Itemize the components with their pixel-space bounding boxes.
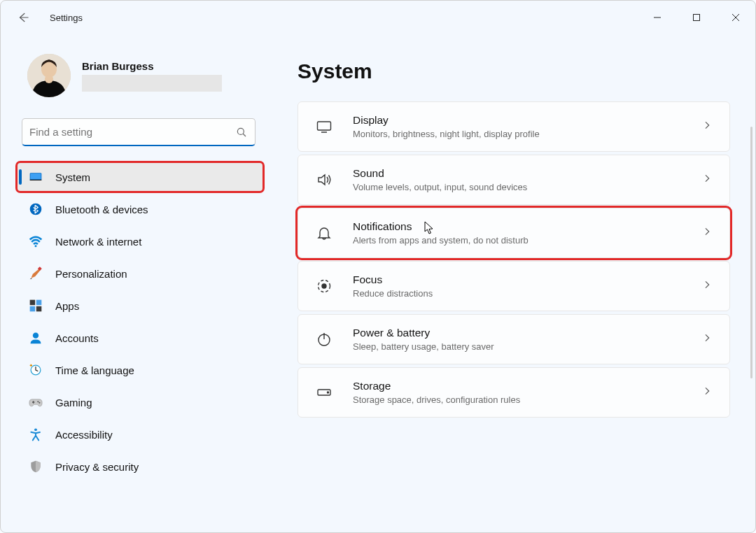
card-subtitle: Storage space, drives, configuration rul… <box>353 394 701 406</box>
svg-point-22 <box>37 401 38 402</box>
sidebar-item-label: Accessibility <box>55 429 113 441</box>
svg-point-23 <box>38 402 40 404</box>
minimize-icon <box>653 13 662 22</box>
personalization-icon <box>29 266 43 280</box>
avatar <box>27 54 71 97</box>
card-body: DisplayMonitors, brightness, night light… <box>353 113 701 140</box>
svg-rect-15 <box>30 300 36 306</box>
gaming-icon <box>29 395 43 409</box>
svg-point-32 <box>328 392 329 393</box>
titlebar: Settings <box>1 1 755 34</box>
svg-rect-17 <box>30 306 36 312</box>
sidebar-item-bluetooth[interactable]: Bluetooth & devices <box>18 195 262 223</box>
display-icon <box>315 118 333 136</box>
svg-rect-16 <box>36 300 42 306</box>
sidebar-item-network[interactable]: Network & internet <box>18 227 262 255</box>
card-subtitle: Volume levels, output, input, sound devi… <box>353 181 701 194</box>
card-display[interactable]: DisplayMonitors, brightness, night light… <box>298 101 730 152</box>
maximize-button[interactable] <box>677 1 716 34</box>
svg-point-19 <box>33 333 38 339</box>
sidebar-item-gaming[interactable]: Gaming <box>18 388 262 416</box>
card-focus[interactable]: FocusReduce distractions <box>298 261 730 311</box>
card-title: Focus <box>353 273 701 287</box>
time-icon <box>29 363 43 377</box>
svg-rect-25 <box>318 122 331 130</box>
power-icon <box>315 330 333 348</box>
search-icon <box>235 126 248 138</box>
sidebar-item-label: Time & language <box>55 364 134 376</box>
sidebar-item-apps[interactable]: Apps <box>18 292 262 320</box>
sidebar: Brian Burgess SystemBluetooth & devicesN… <box>1 41 274 532</box>
svg-rect-11 <box>30 180 42 180</box>
window-controls <box>638 1 755 34</box>
sidebar-item-personalization[interactable]: Personalization <box>18 260 262 287</box>
card-body: StorageStorage space, drives, configurat… <box>353 379 701 406</box>
search-input[interactable] <box>29 126 235 138</box>
card-body: FocusReduce distractions <box>353 273 701 299</box>
card-title: Storage <box>353 379 701 394</box>
card-title: Sound <box>353 166 701 181</box>
page-title: System <box>298 59 730 83</box>
scrollbar[interactable] <box>750 127 752 378</box>
card-storage[interactable]: StorageStorage space, drives, configurat… <box>298 367 730 418</box>
svg-rect-1 <box>694 15 700 21</box>
sidebar-item-accessibility[interactable]: Accessibility <box>18 420 262 448</box>
sidebar-item-label: Network & internet <box>55 236 141 248</box>
system-icon <box>29 170 43 184</box>
chevron-right-icon <box>701 385 713 399</box>
svg-rect-10 <box>31 173 41 179</box>
card-subtitle: Monitors, brightness, night light, displ… <box>353 128 701 141</box>
chevron-right-icon <box>701 226 713 240</box>
storage-icon <box>315 383 333 401</box>
close-button[interactable] <box>716 1 755 34</box>
svg-point-24 <box>34 428 37 431</box>
sidebar-item-label: Accounts <box>55 332 99 344</box>
svg-line-8 <box>243 134 246 136</box>
bluetooth-icon <box>29 202 43 216</box>
card-subtitle: Reduce distractions <box>353 287 701 300</box>
accessibility-icon <box>29 427 43 441</box>
user-name: Brian Burgess <box>82 60 222 72</box>
settings-card-list: DisplayMonitors, brightness, night light… <box>298 101 730 418</box>
privacy-icon <box>29 460 43 474</box>
sidebar-item-label: Personalization <box>55 268 127 280</box>
sidebar-item-accounts[interactable]: Accounts <box>18 324 262 352</box>
chevron-right-icon <box>701 279 713 293</box>
back-button[interactable] <box>9 3 37 31</box>
sidebar-item-label: Bluetooth & devices <box>55 204 148 215</box>
sidebar-item-label: Gaming <box>55 397 92 408</box>
svg-rect-18 <box>36 306 42 312</box>
card-title: Notifications <box>353 220 701 234</box>
sidebar-item-time[interactable]: Time & language <box>18 356 262 384</box>
sidebar-item-label: System <box>55 171 90 183</box>
chevron-right-icon <box>701 173 713 187</box>
card-body: NotificationsAlerts from apps and system… <box>353 220 701 246</box>
card-notifications[interactable]: NotificationsAlerts from apps and system… <box>298 208 730 258</box>
minimize-button[interactable] <box>638 1 677 34</box>
nav-list: SystemBluetooth & devicesNetwork & inter… <box>18 163 262 481</box>
sidebar-item-label: Privacy & security <box>55 461 139 473</box>
maximize-icon <box>692 13 701 22</box>
notifications-icon <box>315 224 333 242</box>
settings-window: Settings <box>0 0 756 533</box>
apps-icon <box>29 299 43 313</box>
svg-point-13 <box>35 245 37 247</box>
sidebar-item-privacy[interactable]: Privacy & security <box>18 453 262 481</box>
card-subtitle: Sleep, battery usage, battery saver <box>353 341 701 353</box>
focus-icon <box>315 277 333 295</box>
search-input-container[interactable] <box>22 118 255 146</box>
app-title: Settings <box>50 13 83 23</box>
card-sound[interactable]: SoundVolume levels, output, input, sound… <box>298 155 730 205</box>
user-email-redacted <box>82 75 222 92</box>
card-title: Power & battery <box>353 326 701 341</box>
sidebar-item-system[interactable]: System <box>18 163 262 191</box>
card-body: Power & batterySleep, battery usage, bat… <box>353 326 701 353</box>
chevron-right-icon <box>701 332 713 346</box>
network-icon <box>29 234 43 248</box>
card-title: Display <box>353 113 701 128</box>
card-body: SoundVolume levels, output, input, sound… <box>353 166 701 193</box>
card-power[interactable]: Power & batterySleep, battery usage, bat… <box>298 314 730 364</box>
user-header[interactable]: Brian Burgess <box>27 54 262 97</box>
main-panel: System DisplayMonitors, brightness, nigh… <box>274 41 755 532</box>
svg-point-7 <box>237 128 244 134</box>
